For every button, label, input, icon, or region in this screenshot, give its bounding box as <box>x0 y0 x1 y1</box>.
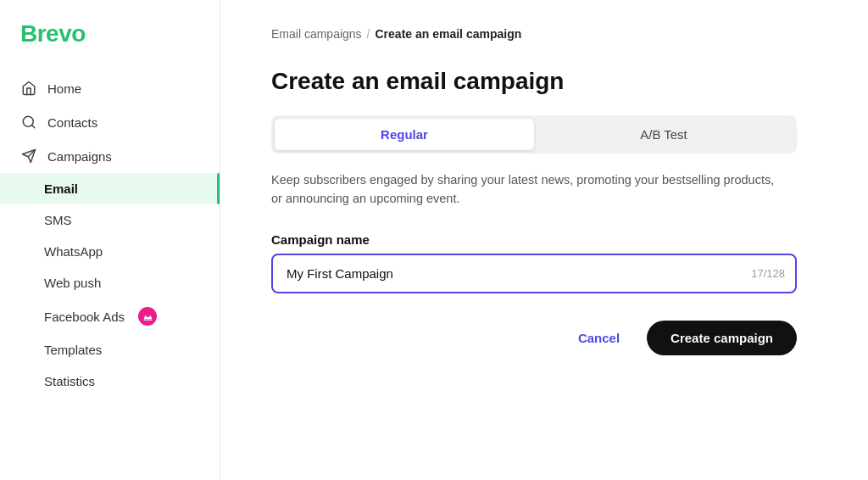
breadcrumb: Email campaigns / Create an email campai… <box>271 27 817 41</box>
sidebar-item-label: Home <box>47 81 81 96</box>
sidebar: Brevo Home Contacts Campaigns <box>0 0 220 480</box>
sidebar-item-label: Campaigns <box>47 149 112 164</box>
campaign-name-field-wrap: 17/128 <box>271 254 797 293</box>
main-content: Email campaigns / Create an email campai… <box>220 0 868 480</box>
sidebar-item-whatsapp[interactable]: WhatsApp <box>0 236 220 267</box>
sidebar-item-webpush[interactable]: Web push <box>0 267 220 299</box>
campaign-description: Keep subscribers engaged by sharing your… <box>271 170 780 209</box>
campaigns-icon <box>20 148 37 165</box>
svg-rect-4 <box>143 319 152 320</box>
page-title: Create an email campaign <box>271 68 817 95</box>
field-label-campaign-name: Campaign name <box>271 232 817 247</box>
sidebar-item-home[interactable]: Home <box>0 71 220 105</box>
sidebar-item-email[interactable]: Email <box>0 173 220 204</box>
campaign-type-toggle: Regular A/B Test <box>271 115 797 153</box>
create-campaign-button[interactable]: Create campaign <box>647 321 797 355</box>
crown-badge <box>138 307 157 326</box>
home-icon <box>20 80 37 97</box>
sidebar-item-label: Web push <box>44 276 101 290</box>
sidebar-item-label: Statistics <box>44 374 95 388</box>
sidebar-item-sms[interactable]: SMS <box>0 204 220 236</box>
sidebar-item-label: Email <box>44 181 78 196</box>
sidebar-item-label: Contacts <box>47 115 97 130</box>
campaign-name-input[interactable] <box>271 254 797 293</box>
sidebar-item-facebookads[interactable]: Facebook Ads <box>0 299 220 334</box>
sidebar-item-label: SMS <box>44 213 72 227</box>
breadcrumb-current: Create an email campaign <box>376 27 522 41</box>
sidebar-item-campaigns[interactable]: Campaigns <box>0 139 220 173</box>
cancel-button[interactable]: Cancel <box>565 322 633 354</box>
sidebar-item-label: WhatsApp <box>44 244 103 259</box>
sidebar-item-label: Facebook Ads <box>44 310 125 324</box>
breadcrumb-separator: / <box>367 27 370 41</box>
sidebar-item-templates[interactable]: Templates <box>0 334 220 366</box>
logo: Brevo <box>0 20 220 71</box>
contacts-icon <box>20 114 37 131</box>
tab-regular[interactable]: Regular <box>275 119 534 150</box>
action-row: Cancel Create campaign <box>271 321 797 355</box>
logo-text: Brevo <box>20 20 86 47</box>
breadcrumb-link[interactable]: Email campaigns <box>271 27 362 41</box>
sidebar-item-statistics[interactable]: Statistics <box>0 366 220 397</box>
char-count: 17/128 <box>751 267 785 280</box>
sidebar-item-contacts[interactable]: Contacts <box>0 105 220 139</box>
svg-line-1 <box>31 125 34 127</box>
tab-abtest[interactable]: A/B Test <box>534 119 793 150</box>
sidebar-item-label: Templates <box>44 343 102 357</box>
